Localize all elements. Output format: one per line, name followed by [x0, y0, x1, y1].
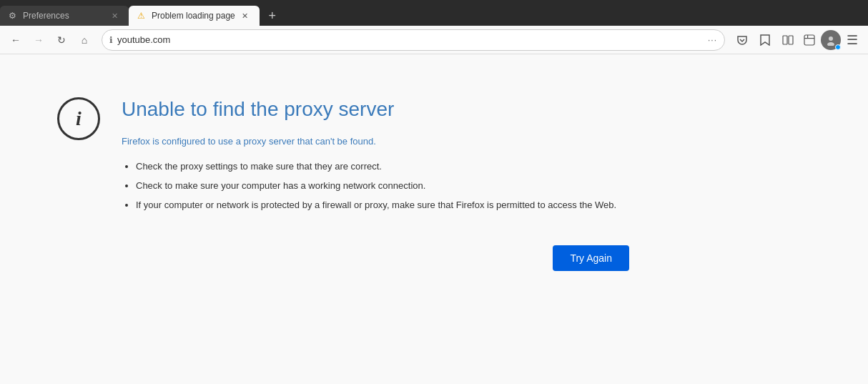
list-item: Check the proxy settings to make sure th… — [136, 158, 629, 174]
security-icon: ℹ — [109, 35, 113, 45]
account-sync-dot — [835, 44, 841, 50]
list-item: If your computer or network is protected… — [136, 197, 629, 213]
address-bar[interactable]: ℹ ··· — [102, 29, 725, 51]
reload-button[interactable]: ↻ — [51, 30, 71, 50]
bookmark-button[interactable] — [755, 30, 775, 50]
list-item: Check to make sure your computer has a w… — [136, 177, 629, 194]
address-more-button[interactable]: ··· — [708, 35, 717, 45]
svg-rect-3 — [804, 38, 814, 39]
preferences-tab-close[interactable]: ✕ — [109, 10, 120, 21]
try-again-button[interactable]: Try Again — [553, 245, 629, 271]
home-button[interactable]: ⌂ — [74, 30, 94, 50]
reading-list-button[interactable] — [778, 30, 798, 50]
forward-button[interactable]: → — [29, 30, 49, 50]
menu-button[interactable]: ☰ — [842, 30, 862, 50]
page-content: i Unable to find the proxy server Firefo… — [0, 54, 868, 384]
back-button[interactable]: ← — [6, 30, 26, 50]
error-title: Unable to find the proxy server — [122, 97, 629, 122]
error-container: i Unable to find the proxy server Firefo… — [57, 97, 629, 217]
tab-bar: ⚙ Preferences ✕ ⚠ Problem loading page ✕… — [0, 0, 868, 26]
problem-tab-title: Problem loading page — [152, 11, 235, 21]
error-icon: i — [57, 97, 100, 140]
tab-problem-loading[interactable]: ⚠ Problem loading page ✕ — [129, 6, 260, 26]
new-tab-button[interactable]: + — [262, 6, 282, 26]
svg-rect-0 — [783, 36, 787, 44]
svg-rect-1 — [789, 36, 793, 44]
address-icons — [732, 30, 775, 50]
svg-point-6 — [827, 42, 834, 46]
error-list: Check the proxy settings to make sure th… — [136, 158, 629, 214]
error-body: Unable to find the proxy server Firefox … — [122, 97, 629, 217]
browser-chrome: ⚙ Preferences ✕ ⚠ Problem loading page ✕… — [0, 0, 868, 54]
problem-tab-close[interactable]: ✕ — [240, 10, 251, 21]
preferences-tab-favicon: ⚙ — [9, 11, 19, 21]
nav-bar: ← → ↻ ⌂ ℹ ··· — [0, 26, 868, 54]
url-input[interactable] — [117, 34, 704, 45]
svg-point-5 — [829, 36, 833, 41]
svg-rect-4 — [807, 35, 808, 38]
try-again-container: Try Again — [57, 245, 629, 271]
tab-manager-button[interactable] — [799, 30, 819, 50]
account-avatar[interactable] — [821, 30, 841, 50]
problem-tab-favicon: ⚠ — [137, 11, 147, 21]
svg-rect-2 — [804, 35, 814, 45]
error-subtitle: Firefox is configured to use a proxy ser… — [122, 136, 629, 147]
tab-preferences[interactable]: ⚙ Preferences ✕ — [0, 6, 129, 26]
preferences-tab-title: Preferences — [23, 11, 104, 21]
toolbar-right: ☰ — [778, 30, 862, 50]
pocket-button[interactable] — [732, 30, 752, 50]
